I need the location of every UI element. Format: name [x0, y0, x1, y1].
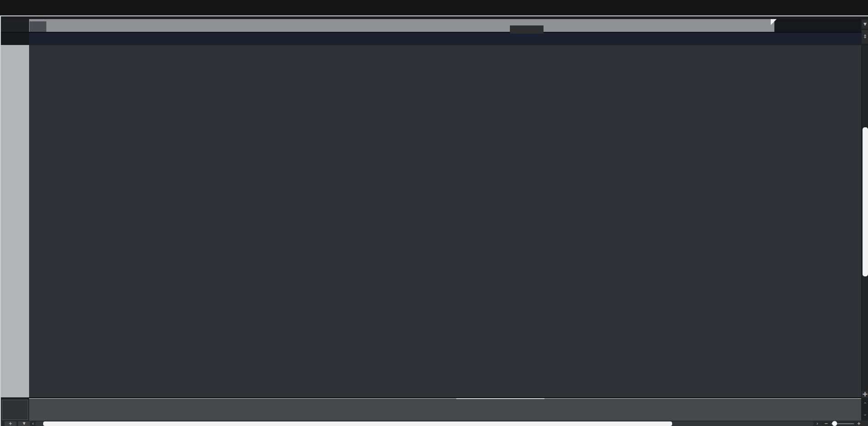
- ruler-corner: [1, 19, 29, 32]
- ruler-start-position[interactable]: [30, 21, 46, 32]
- horizontal-scrollbar-thumb[interactable]: [43, 421, 672, 426]
- note-grid[interactable]: [29, 45, 861, 397]
- controller-lane-header[interactable]: [2, 400, 28, 420]
- add-lane-button[interactable]: +: [5, 421, 16, 426]
- key-editor-window: ▼ ⇕ ⌃ + ⌃ ⌄ + ▼ ‹ › − +: [0, 0, 868, 426]
- editor-frame: ▼ ⇕ ⌃ + ⌃ ⌄ + ▼ ‹ › − +: [0, 15, 868, 426]
- plus-icon: +: [9, 421, 12, 426]
- horizontal-zoom-out-button[interactable]: −: [823, 421, 829, 426]
- title-bar: [0, 0, 868, 15]
- ruler-options-button[interactable]: ▼: [862, 20, 868, 29]
- part-tooltip: [510, 25, 544, 34]
- triangle-down-icon: ▼: [863, 22, 867, 26]
- plus-icon: +: [857, 421, 861, 426]
- lane-divider-highlight: [456, 398, 544, 399]
- plus-icon: +: [862, 390, 868, 398]
- lane-scroll-down-icon[interactable]: ⌄: [862, 411, 868, 417]
- lane-menu-button[interactable]: ▼: [18, 421, 30, 426]
- piano-keyboard[interactable]: [1, 45, 29, 397]
- scroll-right-icon[interactable]: ›: [815, 421, 819, 426]
- horizontal-zoom-in-button[interactable]: +: [856, 421, 862, 426]
- track-header: [1, 33, 29, 45]
- scroll-left-icon[interactable]: ‹: [31, 421, 35, 426]
- vertical-scrollbar-thumb[interactable]: [863, 127, 868, 276]
- controller-lane[interactable]: [29, 400, 861, 421]
- lane-scroll-up-icon[interactable]: ⌃: [862, 401, 868, 407]
- timeline-ruler[interactable]: [29, 19, 774, 32]
- part-overview-strip[interactable]: [29, 33, 861, 45]
- lane-divider[interactable]: [29, 398, 861, 399]
- triangle-down-icon: ▼: [23, 421, 25, 426]
- zoom-preset-button[interactable]: ⇕: [862, 30, 868, 44]
- timeline-ruler-after-end[interactable]: [774, 19, 861, 32]
- vertical-zoom-in-button[interactable]: +: [862, 391, 868, 398]
- project-end-marker[interactable]: [771, 19, 777, 25]
- minus-icon: −: [824, 421, 828, 426]
- zoom-slider-knob[interactable]: [832, 421, 837, 426]
- up-down-arrows-icon: ⇕: [863, 34, 867, 40]
